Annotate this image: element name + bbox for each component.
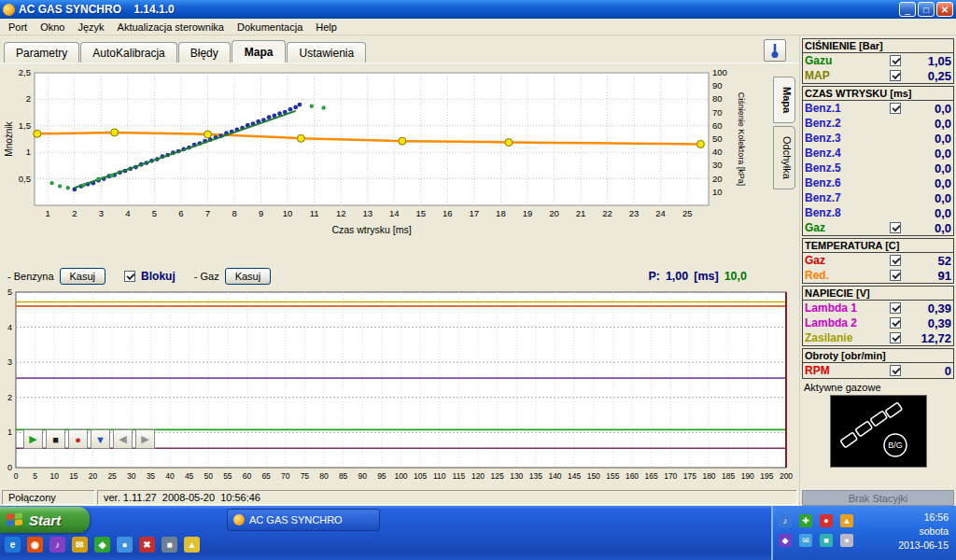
tab-autokalibracja[interactable]: AutoKalibracja [80,42,176,63]
tab-bledy[interactable]: Błędy [178,42,231,63]
diagnostics-icon-button[interactable] [764,39,786,62]
telemetry-checkbox[interactable] [890,365,901,376]
quick-launch-icon[interactable]: ■ [162,537,177,553]
svg-text:22: 22 [602,208,612,218]
section-header: TEMPERATURA [C] [803,239,953,253]
scope-control-button[interactable]: ▶ [23,429,43,449]
telemetry-checkbox[interactable] [890,103,901,114]
active-gas-label: Aktywne gazowe [804,382,954,393]
scope-control-button[interactable]: ▼ [91,429,110,449]
start-button[interactable]: Start [0,507,90,533]
taskbar-app-button[interactable]: AC GAS SYNCHRO [227,509,380,531]
firmware-version: ver. 1.11.27 2008-05-20 10:56:46 [97,490,797,505]
quick-launch-icon[interactable]: ▲ [184,537,200,553]
scope-control-button[interactable]: ■ [46,429,65,449]
telemetry-value: 1,05 [908,54,951,68]
svg-text:16: 16 [443,208,453,218]
menu-item[interactable]: Help [309,21,344,34]
telemetry-label: Benz.4 [805,147,890,160]
telemetry-checkbox[interactable] [890,70,901,81]
tab-ustawienia[interactable]: Ustawienia [287,42,366,63]
tab-parametry[interactable]: Parametry [4,42,79,63]
menu-item[interactable]: Port [2,21,34,34]
telemetry-checkbox[interactable] [890,270,901,281]
kasuj-gaz-button[interactable]: Kasuj [225,268,272,285]
telemetry-value: 52 [908,254,951,268]
scope-panel: 0510152025303540455055606570758085909510… [1,287,798,489]
telemetry-label: Lambda 1 [805,301,890,315]
menu-item[interactable]: Język [71,21,110,34]
rpm-section: Obroty [obr/min] RPM 0 [802,348,954,379]
svg-text:110: 110 [433,471,446,481]
system-tray: ♪ ✚ ● ▲ ◆ ✉ ■ ● 16:56 sobota [771,506,956,560]
svg-text:175: 175 [683,471,696,481]
svg-text:115: 115 [453,471,466,481]
tray-icon[interactable]: ◆ [779,534,792,547]
blokuj-label: Blokuj [141,270,176,283]
telemetry-checkbox[interactable] [890,317,901,329]
quick-launch-icon[interactable]: ♪ [49,537,65,553]
quick-launch-icon[interactable]: ◆ [94,537,110,553]
svg-text:3: 3 [99,208,104,218]
telemetry-checkbox[interactable] [890,222,901,233]
scope-chart: 0510152025303540455055606570758085909510… [3,287,793,487]
menu-item[interactable]: Okno [34,21,71,34]
tray-icon[interactable]: ✉ [799,534,812,547]
tab-mapa[interactable]: Mapa [232,40,287,63]
svg-text:95: 95 [377,471,387,481]
svg-text:50: 50 [204,471,214,481]
blokuj-checkbox[interactable] [124,271,135,282]
svg-text:1: 1 [26,147,31,157]
injection-time-section: CZAS WTRYSKU [ms] Benz.1 0,0 Benz.2 0,0 [802,86,954,236]
quick-launch-icon[interactable]: ✖ [139,537,155,553]
section-header: CIŚNIENIE [Bar] [803,39,953,53]
svg-text:105: 105 [414,471,427,481]
clock-date: 2013-06-15 [898,539,949,553]
svg-text:23: 23 [629,208,640,218]
app-icon [3,4,15,16]
gaz-label: - Gaz [194,271,219,282]
svg-text:65: 65 [261,471,271,481]
svg-text:100: 100 [712,67,727,77]
tray-icon[interactable]: ✚ [799,514,812,527]
svg-text:150: 150 [587,471,600,481]
menu-item[interactable]: Aktualizacja sterownika [111,21,231,34]
scope-control-button[interactable]: ● [68,429,88,449]
tray-icon[interactable]: ■ [820,534,833,547]
quick-launch-icon[interactable]: ● [117,537,133,553]
tray-icon[interactable]: ● [840,534,853,547]
svg-text:80: 80 [319,471,329,481]
telemetry-value: 0,0 [908,191,951,205]
tray-icon[interactable]: ♪ [779,514,792,527]
svg-text:Mnożnik: Mnożnik [4,120,14,156]
telemetry-checkbox[interactable] [890,255,901,266]
telemetry-checkbox[interactable] [890,332,901,343]
svg-text:50: 50 [712,133,723,144]
side-tab-odchylka[interactable]: Odchyłka [773,126,795,189]
quick-launch-icon[interactable]: e [5,537,21,553]
svg-text:4: 4 [7,323,12,332]
quick-launch-icon[interactable]: ✉ [72,537,88,553]
telemetry-checkbox[interactable] [890,55,901,66]
minimize-button[interactable]: _ [899,2,916,17]
svg-text:165: 165 [645,471,658,481]
telemetry-value: 0,0 [908,221,951,235]
tray-icon[interactable]: ● [820,514,833,527]
scope-control-button[interactable]: ▶ [135,429,155,449]
close-button[interactable]: ✕ [936,2,953,17]
telemetry-checkbox[interactable] [890,302,901,314]
kasuj-benzyna-button[interactable]: Kasuj [60,268,106,285]
quick-launch-icon[interactable]: ◉ [27,537,43,553]
maximize-button[interactable]: □ [918,2,935,17]
side-tab-mapa[interactable]: Mapa [773,77,795,123]
telemetry-value: 0,0 [908,176,951,190]
telemetry-label: RPM [805,364,890,377]
telemetry-value: 0,0 [908,206,951,220]
menu-item[interactable]: Dokumentacja [231,21,309,34]
scope-control-button[interactable]: ◀ [113,429,133,449]
window-title: AC GAS SYNCHRO 1.14.1.0 [19,3,899,16]
map-chart[interactable]: 1234567891011121314151617181920212223242… [3,65,750,256]
telemetry-label: Benz.7 [805,191,890,204]
svg-text:19: 19 [523,208,533,218]
tray-icon[interactable]: ▲ [840,514,853,527]
